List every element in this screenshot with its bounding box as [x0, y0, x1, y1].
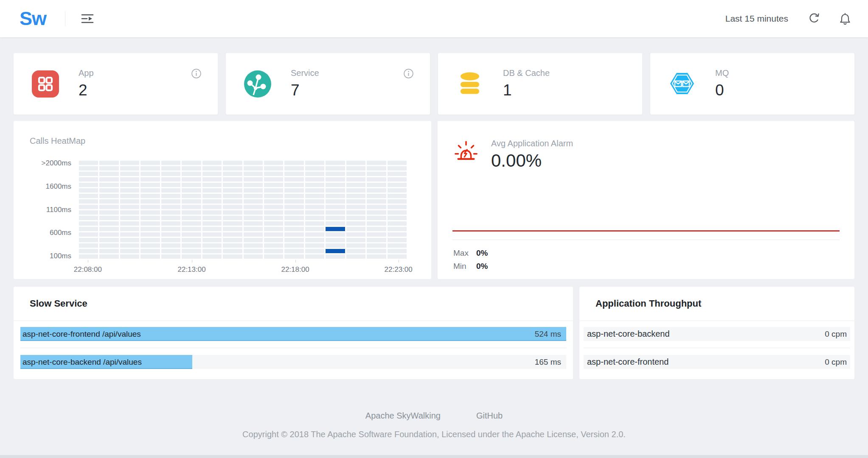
heatmap-cell — [202, 161, 222, 165]
heatmap-cell — [99, 183, 118, 187]
sidebar-toggle-icon[interactable] — [81, 13, 94, 24]
heatmap-cell — [244, 194, 263, 198]
heatmap-cell — [244, 188, 263, 193]
bell-icon[interactable] — [839, 12, 851, 25]
heatmap-cell — [99, 227, 118, 231]
heatmap-cell — [79, 249, 98, 253]
item-name: asp-net-core-backend — [587, 327, 670, 341]
heatmap-cell — [223, 232, 242, 237]
heatmap-cell — [326, 161, 345, 165]
heatmap-x-tick — [399, 260, 399, 263]
heatmap-cell — [264, 238, 283, 242]
heatmap-cell — [120, 161, 139, 165]
avg-application-alarm-panel: Avg Application Alarm 0.00% Max 0% Min 0… — [437, 120, 855, 279]
heatmap-cell — [202, 199, 222, 204]
heatmap-cell — [346, 188, 365, 193]
heatmap-cell — [367, 254, 386, 259]
heatmap-cell — [264, 210, 283, 215]
alarm-siren-icon — [453, 139, 479, 165]
heatmap-cell — [140, 232, 160, 237]
heatmap-cell — [346, 238, 365, 242]
heatmap-cell — [79, 166, 98, 170]
header-divider — [65, 11, 65, 26]
heatmap-cell — [388, 221, 407, 226]
heatmap-cell — [182, 183, 201, 187]
refresh-icon[interactable] — [808, 13, 820, 25]
info-icon[interactable] — [191, 68, 202, 79]
heatmap-cell — [367, 205, 386, 209]
heatmap-cell — [79, 199, 98, 204]
heatmap-cell — [388, 216, 407, 220]
heatmap-cell — [202, 172, 222, 176]
heatmap-cell — [161, 254, 180, 259]
copyright-text: Copyright © 2018 The Apache Software Fou… — [0, 430, 868, 439]
heatmap-cell — [244, 210, 263, 215]
footer-link[interactable]: Apache SkyWalking — [365, 411, 441, 421]
heatmap-cell — [244, 227, 263, 231]
heatmap-y-label: 1100ms — [46, 206, 71, 214]
heatmap-cell — [284, 177, 303, 182]
heatmap-cell — [326, 238, 345, 242]
heatmap-cell — [326, 205, 345, 209]
time-range-selector[interactable]: Last 15 minutes — [725, 14, 788, 24]
stat-label: MQ — [715, 68, 729, 78]
heatmap-cell — [182, 194, 201, 198]
item-name: asp-net-core-backend /api/values — [22, 355, 142, 369]
heatmap-cell — [182, 172, 201, 176]
heatmap-cell — [244, 249, 263, 253]
heatmap-cell — [305, 172, 324, 176]
heatmap-cell — [326, 183, 345, 187]
heatmap-cell — [388, 172, 407, 176]
heatmap-cell — [346, 254, 365, 259]
heatmap-cell — [326, 166, 345, 170]
heatmap-cell — [223, 205, 242, 209]
heatmap-y-label: 600ms — [50, 229, 71, 237]
heatmap-cell — [182, 254, 201, 259]
stat-card-mq: MQ 0 — [650, 53, 855, 115]
heatmap-cell — [326, 172, 345, 176]
footer-link[interactable]: GitHub — [476, 411, 503, 421]
heatmap-cell — [388, 188, 407, 193]
heatmap-cell — [182, 161, 201, 165]
info-icon[interactable] — [403, 68, 414, 79]
heatmap-cell — [99, 243, 118, 248]
heatmap-cell — [264, 188, 283, 193]
stat-label: DB & Cache — [503, 68, 550, 78]
heatmap-cell — [182, 177, 201, 182]
heatmap-cell — [244, 205, 263, 209]
heatmap-cell — [388, 238, 407, 242]
heatmap-cell — [182, 205, 201, 209]
heatmap-cell — [140, 227, 160, 231]
heatmap-cell — [79, 188, 98, 193]
heatmap-cell — [305, 216, 324, 220]
heatmap-cell — [79, 183, 98, 187]
heatmap-cell — [244, 238, 263, 242]
heatmap-cell — [284, 205, 303, 209]
heatmap-cell — [264, 232, 283, 237]
heatmap-cell — [264, 227, 283, 231]
heatmap-cell — [346, 221, 365, 226]
heatmap-cell — [161, 161, 180, 165]
heatmap-cell — [223, 177, 242, 182]
item-value: 0 cpm — [825, 355, 847, 369]
heatmap-cell — [161, 238, 180, 242]
heatmap-cell — [346, 210, 365, 215]
heatmap-cell — [223, 249, 242, 253]
heatmap-cell — [305, 238, 324, 242]
heatmap-cell — [326, 221, 345, 226]
heatmap-cell — [202, 210, 222, 215]
skywalking-logo: Sw — [20, 8, 46, 30]
heatmap-cell — [388, 161, 407, 165]
heatmap-cell — [161, 166, 180, 170]
heatmap-cell — [367, 194, 386, 198]
heatmap-cell — [244, 243, 263, 248]
heatmap-cell — [264, 161, 283, 165]
heatmap-cell — [223, 227, 242, 231]
row-divider — [20, 348, 566, 348]
heatmap-cell — [367, 188, 386, 193]
stat-card-db-cache: DB & Cache 1 — [438, 53, 643, 115]
heatmap-cell — [367, 183, 386, 187]
stat-value: 2 — [79, 81, 94, 99]
alarm-axis-line — [452, 240, 840, 240]
heatmap-cell — [264, 249, 283, 253]
